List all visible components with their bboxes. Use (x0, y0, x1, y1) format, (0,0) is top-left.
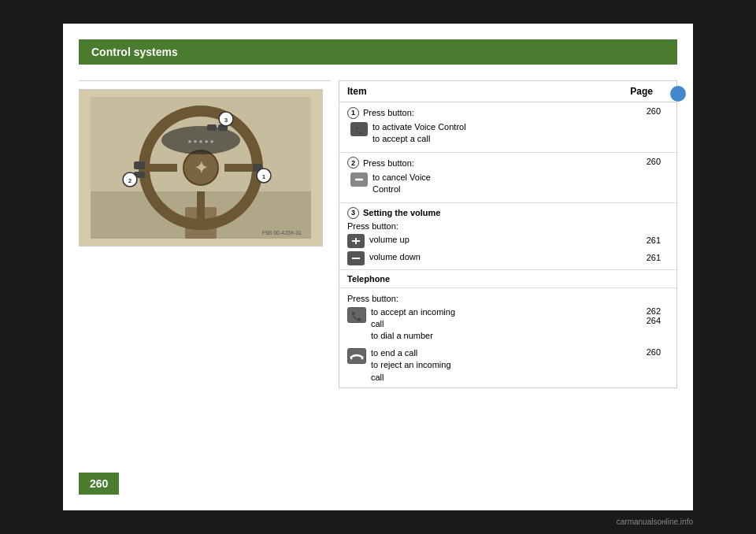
volume-down-icon (347, 251, 365, 265)
cancel-line1: to cancel Voice (372, 172, 637, 184)
svg-line-35 (350, 358, 352, 359)
volume-up-icon (347, 234, 365, 248)
steering-wheel-svg: ✦ ● ● ● ● ● 2 (91, 97, 311, 239)
left-panel: ✦ ● ● ● ● ● 2 (79, 80, 331, 388)
table-row-2: 2 Press button: to cancel V (339, 153, 676, 203)
voice-line1: to activate Voice Control (372, 121, 637, 133)
end-pages: 260 (647, 347, 661, 357)
accept-line1: to accept an incoming (371, 306, 455, 318)
svg-line-36 (361, 358, 363, 359)
volume-up-label: volume up (369, 234, 410, 246)
svg-text:●  ●  ●  ●  ●: ● ● ● ● ● (187, 138, 213, 145)
press-label-tel: Press button: (347, 294, 669, 303)
page-number-box: 260 (79, 473, 119, 495)
watermark-text: carmanualsонline.info (617, 517, 693, 526)
voice-control-icon: 📞 (350, 122, 368, 136)
svg-text:P68 00-4239-31: P68 00-4239-31 (262, 230, 302, 235)
col-page-header: Page (630, 86, 653, 97)
icon-row-voice: 📞 to activate Voice Control to accept a … (350, 121, 637, 146)
svg-text:2: 2 (128, 177, 132, 184)
accept-call-desc: to accept an incoming call to dial a num… (371, 306, 455, 343)
volume-title: Setting the volume (363, 208, 440, 217)
page-number: 260 (90, 477, 108, 490)
svg-text:1: 1 (262, 173, 266, 180)
svg-text:✦: ✦ (195, 159, 208, 176)
end-line1: to end a call (371, 347, 451, 359)
accept-page2: 264 (647, 316, 661, 325)
end-call-desc: to end a call to reject an incoming call (371, 347, 451, 384)
table-row-3: 3 Setting the volume Press button: (339, 203, 676, 270)
steering-wheel-image: ✦ ● ● ● ● ● 2 (79, 89, 323, 247)
cancel-line2: Control (372, 184, 637, 195)
watermark: carmanualsонline.info (617, 517, 693, 526)
table-row-1: 1 Press button: 📞 (339, 102, 676, 153)
telephone-section: Press button: 📞 to accept an incoming c (339, 288, 676, 388)
callout-number-3: 3 (347, 207, 359, 219)
press-label-3: Press button: (347, 221, 669, 231)
header-title: Control systems (91, 46, 178, 58)
content-area: ✦ ● ● ● ● ● 2 (79, 80, 677, 388)
end-page1: 260 (647, 347, 661, 357)
voice-desc: to activate Voice Control to accept a ca… (372, 121, 637, 146)
cancel-voice-icon (350, 172, 368, 187)
svg-text:📞: 📞 (351, 310, 362, 321)
volume-down-page: 261 (647, 253, 661, 262)
row-page-1: 260 (637, 106, 661, 116)
svg-rect-14 (207, 124, 217, 131)
accept-pages: 262 264 (647, 306, 661, 325)
callout-number-1: 1 (347, 107, 359, 119)
end-line2: to reject an incoming (371, 359, 451, 371)
cancel-desc: to cancel Voice Control (372, 172, 637, 196)
accept-line3: to dial a number (371, 330, 455, 342)
col-item-header: Item (347, 86, 367, 97)
accept-page1: 262 (647, 306, 661, 316)
svg-text:📞: 📞 (355, 125, 365, 135)
accept-line2: call (371, 318, 455, 330)
row-page-2: 260 (637, 157, 661, 166)
volume-up-page: 261 (647, 235, 661, 245)
table-header: Item Page (339, 81, 676, 102)
callout-number-2: 2 (347, 157, 359, 169)
icon-row-cancel: to cancel Voice Control (350, 172, 637, 196)
volume-down-label: volume down (369, 251, 421, 263)
svg-rect-11 (134, 161, 145, 169)
section-header: Control systems (79, 39, 677, 65)
svg-text:3: 3 (224, 117, 228, 124)
blue-indicator (670, 86, 686, 102)
end-line3: call (371, 372, 451, 384)
phone-end-icon (347, 348, 366, 364)
telephone-label: Telephone (347, 274, 390, 284)
phone-accept-icon: 📞 (347, 307, 366, 323)
press-label-2: Press button: (363, 158, 414, 168)
telephone-heading: Telephone (339, 270, 676, 288)
page-container: Control systems (63, 24, 693, 510)
press-label-1: Press button: (363, 108, 414, 117)
voice-line2: to accept a call (372, 133, 637, 145)
table-panel: Item Page 1 Press button: (339, 80, 677, 388)
